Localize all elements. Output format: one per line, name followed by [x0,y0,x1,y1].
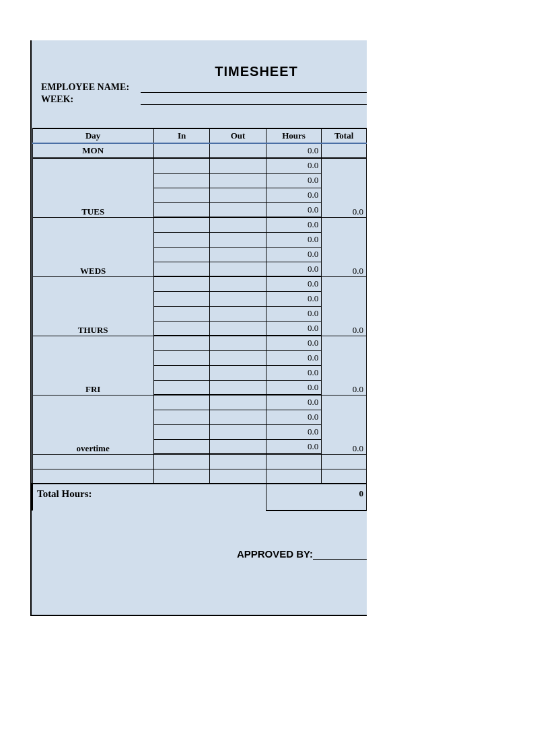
cell-hours: 0.0 [266,262,321,276]
cell-out[interactable] [210,321,266,336]
cell-hours: 0.0 [266,232,321,247]
cell-out[interactable] [210,173,266,188]
blank-cell [153,454,209,469]
total-hours-label: Total Hours: [32,484,266,511]
cell-total: 0.0 [322,395,367,454]
cell-in[interactable] [153,306,209,321]
day-label-overtime: overtime [32,395,153,454]
cell-in[interactable] [153,395,209,410]
cell-hours: 0.0 [266,336,321,350]
blank-cell [266,469,321,484]
col-header-out: Out [210,128,266,143]
blank-cell [322,469,367,484]
cell-in[interactable] [153,143,209,158]
cell-in[interactable] [153,365,209,380]
cell-hours: 0.0 [266,410,321,424]
cell-out[interactable] [210,291,266,306]
cell-in[interactable] [153,291,209,306]
day-label-mon: MON [32,143,153,158]
cell-out[interactable] [210,247,266,262]
day-label-tues: TUES [32,158,153,217]
approved-by-label: APPROVED BY: [237,548,313,560]
timesheet-table: Day In Out Hours Total MON 0.0 TUES 0.0 … [32,128,367,511]
approved-by-input[interactable] [313,559,367,560]
cell-hours: 0.0 [266,247,321,262]
employee-name-label: EMPLOYEE NAME: [38,82,141,93]
cell-in[interactable] [153,173,209,188]
cell-hours: 0.0 [266,439,321,454]
cell-hours: 0.0 [266,143,321,158]
cell-out[interactable] [210,395,266,410]
week-input[interactable] [141,94,367,105]
cell-total: 0.0 [322,158,367,217]
cell-out[interactable] [210,276,266,291]
cell-out[interactable] [210,232,266,247]
blank-cell [210,469,266,484]
cell-hours: 0.0 [266,424,321,439]
cell-out[interactable] [210,217,266,232]
cell-out[interactable] [210,350,266,365]
cell-hours: 0.0 [266,291,321,306]
cell-hours: 0.0 [266,395,321,410]
cell-out[interactable] [210,336,266,350]
cell-hours: 0.0 [266,306,321,321]
cell-total: 0.0 [322,336,367,395]
day-label-weds: WEDS [32,217,153,276]
cell-in[interactable] [153,188,209,202]
cell-in[interactable] [153,276,209,291]
day-label-fri: FRI [32,336,153,395]
cell-in[interactable] [153,350,209,365]
blank-cell [32,469,153,484]
cell-in[interactable] [153,262,209,276]
cell-hours: 0.0 [266,276,321,291]
approved-by-row: APPROVED BY: [32,511,367,588]
cell-out[interactable] [210,306,266,321]
cell-in[interactable] [153,439,209,454]
cell-hours: 0.0 [266,202,321,217]
cell-out[interactable] [210,380,266,395]
cell-hours: 0.0 [266,173,321,188]
blank-cell [153,469,209,484]
blank-cell [266,454,321,469]
blank-cell [32,454,153,469]
cell-out[interactable] [210,365,266,380]
form-header: EMPLOYEE NAME: WEEK: [32,79,367,109]
cell-out[interactable] [210,188,266,202]
col-header-hours: Hours [266,128,321,143]
cell-out[interactable] [210,143,266,158]
cell-in[interactable] [153,336,209,350]
employee-name-input[interactable] [141,82,367,93]
blank-cell [322,454,367,469]
cell-in[interactable] [153,321,209,336]
cell-hours: 0.0 [266,350,321,365]
cell-in[interactable] [153,380,209,395]
cell-hours: 0.0 [266,380,321,395]
cell-hours: 0.0 [266,321,321,336]
timesheet-form: TIMESHEET EMPLOYEE NAME: WEEK: Day In Ou… [30,40,367,616]
cell-hours: 0.0 [266,188,321,202]
cell-total: 0.0 [322,276,367,336]
cell-out[interactable] [210,262,266,276]
cell-in[interactable] [153,217,209,232]
cell-in[interactable] [153,232,209,247]
form-title: TIMESHEET [32,40,367,79]
cell-hours: 0.0 [266,365,321,380]
col-header-total: Total [322,128,367,143]
cell-out[interactable] [210,158,266,173]
cell-out[interactable] [210,202,266,217]
cell-total: 0.0 [322,217,367,276]
total-hours-value: 0 [266,484,366,511]
cell-in[interactable] [153,247,209,262]
cell-total [322,143,367,158]
blank-cell [210,454,266,469]
cell-in[interactable] [153,410,209,424]
col-header-day: Day [32,128,153,143]
day-label-thurs: THURS [32,276,153,336]
cell-in[interactable] [153,424,209,439]
cell-out[interactable] [210,439,266,454]
cell-in[interactable] [153,202,209,217]
week-label: WEEK: [38,94,141,105]
cell-out[interactable] [210,410,266,424]
cell-in[interactable] [153,158,209,173]
cell-out[interactable] [210,424,266,439]
